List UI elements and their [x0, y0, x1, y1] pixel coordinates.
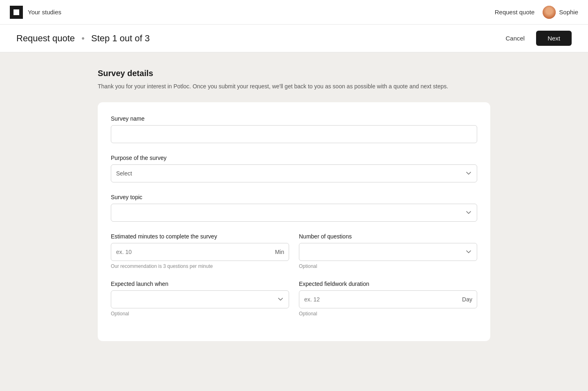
nav-left: Your studies — [10, 6, 61, 19]
questions-select[interactable] — [299, 243, 477, 261]
survey-name-input[interactable] — [111, 125, 477, 143]
form-card: Survey name Purpose of the survey Select… — [98, 102, 490, 341]
questions-optional: Optional — [299, 263, 477, 269]
fieldwork-optional: Optional — [299, 311, 477, 317]
fieldwork-label: Expected fieldwork duration — [299, 281, 477, 287]
purpose-select[interactable]: Select Academic research Market research… — [111, 164, 477, 182]
launch-label: Expected launch when — [111, 281, 289, 287]
request-quote-nav-link[interactable]: Request quote — [495, 9, 535, 16]
survey-name-label: Survey name — [111, 115, 477, 122]
minutes-input[interactable] — [111, 243, 289, 261]
minutes-label: Estimated minutes to complete the survey — [111, 233, 289, 240]
main-content: Survey details Thank you for your intere… — [0, 52, 588, 391]
top-navigation: Your studies Request quote Sophie — [0, 0, 588, 25]
nav-title: Your studies — [28, 9, 61, 16]
topic-select[interactable] — [111, 204, 477, 222]
topic-label: Survey topic — [111, 194, 477, 200]
topic-group: Survey topic — [111, 194, 477, 222]
purpose-label: Purpose of the survey — [111, 155, 477, 161]
header-actions: Cancel Next — [500, 31, 572, 46]
minutes-questions-row: Estimated minutes to complete the survey… — [111, 233, 477, 281]
minutes-hint: Our recommendation is 3 questions per mi… — [111, 263, 289, 269]
step-text: Step 1 out of 3 — [91, 33, 150, 43]
fieldwork-input[interactable] — [299, 290, 477, 308]
logo-icon[interactable] — [10, 6, 23, 19]
questions-group: Number of questions Optional — [299, 233, 477, 269]
purpose-group: Purpose of the survey Select Academic re… — [111, 155, 477, 182]
page-title-text: Request quote — [16, 33, 75, 43]
fieldwork-group: Expected fieldwork duration Day Optional — [299, 281, 477, 317]
user-info[interactable]: Sophie — [543, 6, 578, 19]
page-title: Request quote • Step 1 out of 3 — [16, 33, 150, 44]
user-name: Sophie — [559, 9, 578, 16]
avatar-image — [543, 6, 556, 19]
launch-group: Expected launch when Optional — [111, 281, 289, 317]
avatar — [543, 6, 556, 19]
launch-optional: Optional — [111, 311, 289, 317]
page-header: Request quote • Step 1 out of 3 Cancel N… — [0, 25, 588, 52]
logo-inner — [13, 9, 19, 15]
nav-right: Request quote Sophie — [495, 6, 578, 19]
next-button[interactable]: Next — [536, 31, 572, 46]
cancel-button[interactable]: Cancel — [500, 31, 530, 45]
fieldwork-input-wrapper: Day — [299, 290, 477, 308]
minutes-input-wrapper: Min — [111, 243, 289, 261]
title-separator: • — [81, 33, 85, 43]
minutes-group: Estimated minutes to complete the survey… — [111, 233, 289, 269]
section-header: Survey details Thank you for your intere… — [98, 69, 490, 91]
launch-select[interactable] — [111, 290, 289, 308]
questions-label: Number of questions — [299, 233, 477, 240]
launch-fieldwork-row: Expected launch when Optional Expected f… — [111, 281, 477, 328]
survey-name-group: Survey name — [111, 115, 477, 143]
section-description: Thank you for your interest in Potloc. O… — [98, 82, 466, 91]
section-title: Survey details — [98, 69, 490, 78]
